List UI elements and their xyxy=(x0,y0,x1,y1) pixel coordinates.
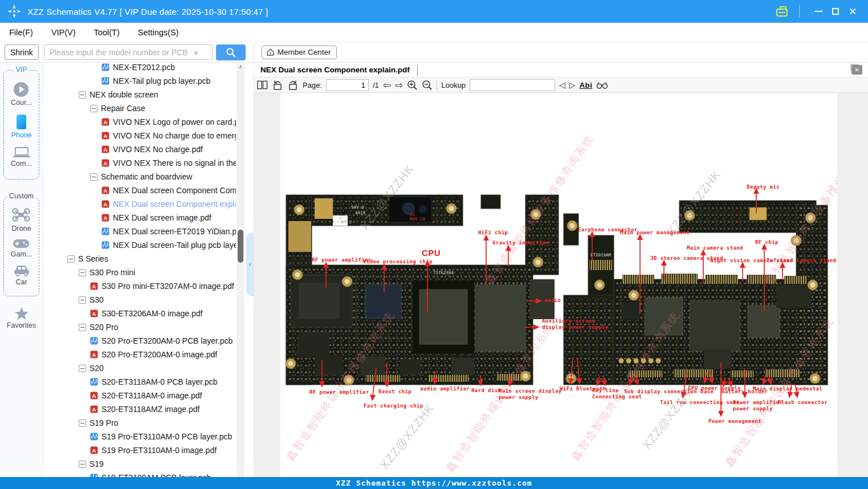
pdf-page[interactable]: XZZ@XZZHKXZZ@XZZHKXZZ@XZZHKXZZ@XZZHK鑫智造智… xyxy=(280,93,837,477)
tree-item-label: NEX Dual screen image.pdf xyxy=(113,213,211,222)
tree-item[interactable]: AVIVO NEX No charge due to emergency.pdf xyxy=(43,129,236,142)
tree-expander-icon[interactable] xyxy=(79,324,86,331)
sidebar-item-label: Phone xyxy=(11,131,31,139)
pdf-file-icon: A xyxy=(90,405,98,413)
tree-item[interactable]: Schematic and boardview xyxy=(43,170,236,184)
search-button[interactable] xyxy=(216,44,246,60)
tree-expander-icon[interactable] xyxy=(79,419,86,427)
page-number-input[interactable] xyxy=(326,79,369,91)
zoom-in-button[interactable] xyxy=(407,78,418,92)
tree-expander-icon[interactable] xyxy=(67,255,75,263)
panel-collapse-handle[interactable]: ‹ xyxy=(246,233,254,296)
sidebar-item-com[interactable]: Com... xyxy=(11,147,32,168)
tree-item[interactable]: NEX-Tail plug pcb layer.pcb xyxy=(43,74,236,88)
match-case-button[interactable]: Abi xyxy=(580,81,593,89)
sidebar-item-gam[interactable]: Gam... xyxy=(11,239,32,258)
lookup-label: Lookup xyxy=(441,81,466,89)
tree-item[interactable]: S20-ET3118AM-0 PCB layer.pcb xyxy=(43,375,236,389)
tree-item[interactable]: S Series xyxy=(43,252,236,266)
tree-item[interactable]: AS19 Pro-ET3110AM-0 image.pdf xyxy=(43,443,236,457)
tree-expander-icon[interactable] xyxy=(79,91,86,99)
tree-item[interactable]: ANEX Dual screen image.pdf xyxy=(43,211,236,225)
shrink-button[interactable]: Shrink xyxy=(5,44,39,60)
model-search-input[interactable] xyxy=(44,44,213,60)
tree-item[interactable]: AS30 Pro mini-ET3207AM-0 image.pdf xyxy=(43,279,236,293)
tree-expander-icon[interactable] xyxy=(79,269,86,276)
tree-item[interactable]: S20 Pro-ET3200AM-0 PCB layer.pcb xyxy=(43,334,236,348)
tree-item[interactable]: AS20 Pro-ET3200AM-0 image.pdf xyxy=(43,348,236,361)
document-tab[interactable]: NEX Dual screen Component explain.pdf xyxy=(254,63,417,77)
sidebar-item-phone[interactable]: Phone xyxy=(11,115,31,139)
sidebar-item-favorites[interactable]: Favorites xyxy=(0,307,43,329)
close-button[interactable]: ✕ xyxy=(844,3,861,19)
tree-item[interactable]: ANEX Dual screen Component Comparison.pd… xyxy=(43,184,236,197)
tree-expander-icon[interactable] xyxy=(79,461,86,468)
binoculars-icon[interactable] xyxy=(596,78,608,92)
tree-scrollbar[interactable]: ∧ xyxy=(237,63,244,477)
pdf-document-area[interactable]: XZZ@XZZHKXZZ@XZZHKXZZ@XZZHKXZZ@XZZHK鑫智造智… xyxy=(254,93,868,477)
annotation-label: Boost chip xyxy=(378,389,411,394)
lookup-input[interactable] xyxy=(470,79,555,91)
pcb-file-icon xyxy=(101,63,109,71)
tree-item[interactable]: S30 xyxy=(43,293,236,307)
vip-briefcase-icon[interactable] xyxy=(776,9,788,17)
tree-item[interactable]: AVIVO NEX No charge.pdf xyxy=(43,142,236,156)
tree-item[interactable]: S30 Pro mini xyxy=(43,266,236,279)
next-page-button[interactable]: ⇨ xyxy=(395,78,403,92)
tree-item[interactable]: AVIVO NEX There is no signal in the.pdf xyxy=(43,156,236,170)
tree-item[interactable]: S19 xyxy=(43,457,236,471)
previous-page-button[interactable]: ⇦ xyxy=(383,78,391,92)
sidebar-item-car[interactable]: Car xyxy=(13,264,31,286)
tree-item[interactable]: AS20-ET3118AM-0 image.pdf xyxy=(43,389,236,402)
rotate-left-button[interactable] xyxy=(272,78,283,92)
svg-text:A: A xyxy=(104,119,108,125)
maximize-button[interactable] xyxy=(827,3,844,19)
menu-item-vip[interactable]: VIP(V) xyxy=(51,28,76,37)
tree-expander-icon[interactable] xyxy=(79,365,86,372)
menu-item-file[interactable]: File(F) xyxy=(9,28,33,37)
tree-item[interactable]: S20 xyxy=(43,361,236,375)
tree-item[interactable]: NEX Dual screen-Tail plug pcb layer.pcb xyxy=(43,238,236,252)
scrollbar-up-arrow[interactable]: ∧ xyxy=(237,64,244,70)
pdf-file-icon: A xyxy=(101,145,109,153)
tree-item[interactable]: S19 Pro xyxy=(43,416,236,430)
tree-item-label: S30 Pro mini-ET3207AM-0 image.pdf xyxy=(101,282,234,291)
tree-item[interactable]: S20 Pro xyxy=(43,320,236,334)
minimize-button[interactable] xyxy=(810,3,827,19)
custom-group: Custom DroneGam...Car xyxy=(3,197,39,296)
annotation-label: Flash connector xyxy=(778,400,828,405)
tree-expander-icon[interactable] xyxy=(90,173,97,181)
category-rail: VIP Cour...PhoneCom... Custom DroneGam..… xyxy=(0,63,43,477)
tree-expander-icon[interactable] xyxy=(79,296,86,304)
tree-item[interactable]: Repair Case xyxy=(43,101,236,115)
tree-item[interactable]: S19-ET3109AM PCB layer.pcb xyxy=(43,471,236,477)
tree-item[interactable]: ANEX Dual screen Component explain.pdf xyxy=(43,197,236,211)
rotate-right-button[interactable] xyxy=(287,78,299,92)
tree-item[interactable]: NEX Dual screen-ET2019 YiDian.pcb xyxy=(43,225,236,238)
close-tab-icon[interactable]: ✕ xyxy=(851,65,862,75)
tree-item-label: NEX-ET2012.pcb xyxy=(113,63,175,72)
sidebar-item-drone[interactable]: Drone xyxy=(11,207,31,233)
tree-item-label: S20 Pro-ET3200AM-0 image.pdf xyxy=(101,350,217,359)
tree-expander-icon[interactable] xyxy=(90,105,97,112)
member-center-button[interactable]: Member Center xyxy=(262,46,337,59)
tree-item[interactable]: S19 Pro-ET3110AM-0 PCB layer.pcb xyxy=(43,430,236,443)
tree-item[interactable]: NEX double screen xyxy=(43,88,236,101)
find-next-button[interactable]: ▷ xyxy=(569,78,576,92)
annotation-label: Video processing chip xyxy=(363,259,433,264)
find-previous-button[interactable]: ◁ xyxy=(559,78,565,92)
tree-item[interactable]: AS20-ET3118AMZ image.pdf xyxy=(43,402,236,416)
annotation-label: Power amplifier xyxy=(733,400,783,405)
menu-item-settings[interactable]: Settings(S) xyxy=(138,28,179,37)
scrollbar-thumb[interactable] xyxy=(238,230,243,263)
two-page-view-button[interactable] xyxy=(257,78,268,92)
tree-item[interactable]: NEX-ET2012.pcb xyxy=(43,63,236,74)
zoom-out-button[interactable] xyxy=(422,78,433,92)
toolbar-divider xyxy=(437,80,437,90)
annotation-label: CPU xyxy=(422,248,441,258)
title-bar: XZZ Schematics V4.77 [ VIP Due date: 202… xyxy=(0,0,868,23)
menu-item-tool[interactable]: Tool(T) xyxy=(94,28,120,37)
sidebar-item-cour[interactable]: Cour... xyxy=(11,82,32,107)
tree-item[interactable]: AVIVO NEX Logo of power on card.pdf xyxy=(43,115,236,129)
tree-item[interactable]: AS30-ET3206AM-0 image.pdf xyxy=(43,307,236,320)
